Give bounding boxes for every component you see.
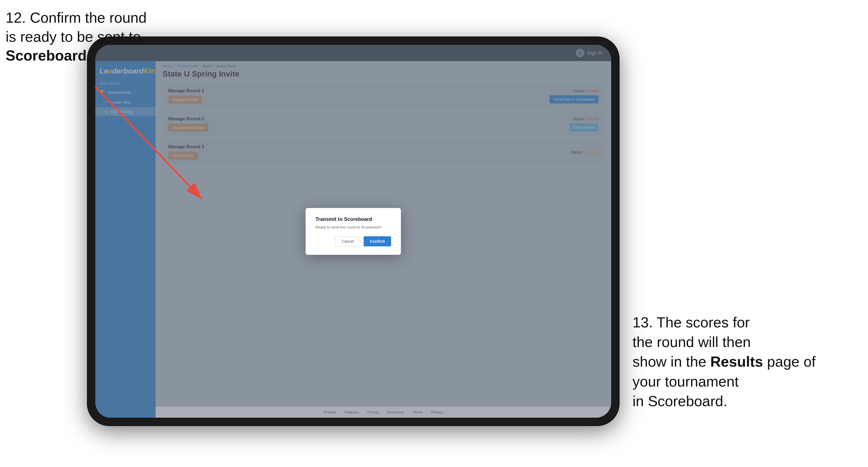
app-container: 👤 Sign In LeaderboardKing MAIN MENU [95,45,611,418]
tablet-screen: 👤 Sign In LeaderboardKing MAIN MENU [95,45,611,418]
modal-confirm-btn[interactable]: Confirm [364,236,391,246]
modal-title: Transmit to Scoreboard [315,216,391,222]
annotation-bottom: 13. The scores for the round will then s… [632,313,862,411]
modal-subtitle: Ready to send this round to Scoreboard? [315,225,391,229]
modal-buttons: Cancel Confirm [315,236,391,246]
tablet-frame: 👤 Sign In LeaderboardKing MAIN MENU [87,36,620,426]
modal-dialog: Transmit to Scoreboard Ready to send thi… [306,208,401,255]
modal-cancel-btn[interactable]: Cancel [335,236,361,246]
modal-overlay: Transmit to Scoreboard Ready to send thi… [95,45,611,418]
annotation-top: 12. Confirm the round is ready to be sen… [6,8,147,65]
